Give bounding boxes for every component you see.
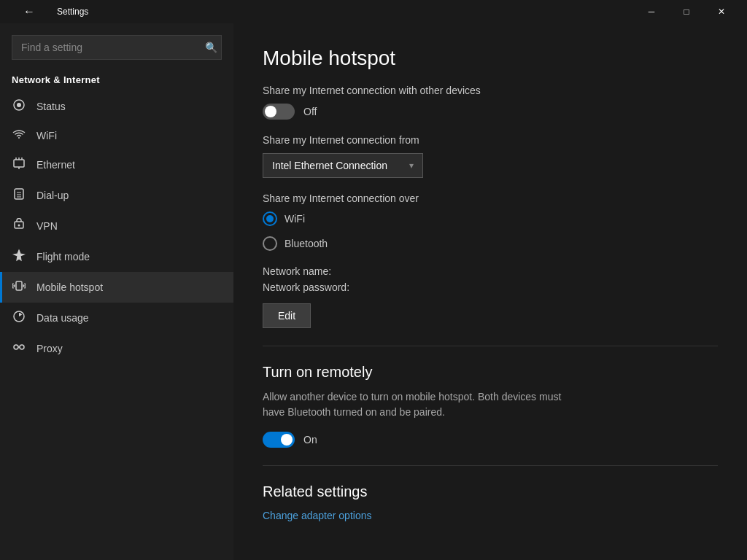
search-icon-button[interactable]: 🔍	[205, 42, 217, 53]
svg-point-15	[14, 345, 18, 349]
toggle-off-label: Off	[303, 106, 317, 117]
close-button[interactable]: ✕	[705, 0, 738, 23]
sidebar-item-vpn[interactable]: VPN	[0, 211, 233, 241]
flightmode-icon	[12, 249, 26, 265]
sidebar: 🔍 Network & Internet Status	[0, 23, 233, 560]
dropdown-arrow-icon: ▾	[409, 160, 414, 171]
sidebar-item-datausage-label: Data usage	[36, 312, 89, 324]
share-from-label: Share my Internet connection from	[263, 134, 718, 146]
share-over-radio-group: WiFi Bluetooth	[263, 211, 718, 251]
minimize-button[interactable]: ─	[635, 0, 668, 23]
connection-dropdown-value: Intel Ethernet Connection	[272, 160, 387, 171]
related-settings-row: Related settings Change adapter options	[263, 483, 718, 522]
turn-on-remotely-row: Turn on remotely Allow another device to…	[263, 364, 718, 448]
svg-rect-13	[16, 281, 22, 290]
titlebar-controls: ─ □ ✕	[635, 0, 738, 23]
search-input[interactable]	[12, 35, 222, 60]
wifi-icon	[12, 129, 26, 142]
ethernet-icon	[12, 157, 26, 173]
sidebar-item-status-label: Status	[36, 101, 66, 112]
sidebar-item-mobilehotspot-label: Mobile hotspot	[36, 281, 103, 293]
search-icon: 🔍	[205, 42, 217, 53]
app-container: 🔍 Network & Internet Status	[0, 23, 747, 560]
sidebar-item-vpn-label: VPN	[36, 220, 58, 232]
turn-on-remotely-title: Turn on remotely	[263, 364, 718, 381]
back-icon: ←	[23, 5, 35, 18]
sidebar-item-flightmode[interactable]: Flight mode	[0, 241, 233, 272]
proxy-icon	[12, 341, 26, 357]
turn-on-remotely-desc: Allow another device to turn on mobile h…	[263, 389, 569, 420]
back-button[interactable]: ←	[15, 0, 44, 26]
share-connection-label: Share my Internet connection with other …	[263, 85, 718, 96]
svg-rect-2	[14, 160, 24, 167]
toggle-off-row: Off	[263, 104, 718, 120]
sidebar-item-proxy-label: Proxy	[36, 343, 63, 354]
share-toggle-thumb	[265, 106, 276, 117]
sidebar-item-ethernet-label: Ethernet	[36, 159, 75, 171]
edit-button[interactable]: Edit	[263, 303, 311, 328]
maximize-button[interactable]: □	[670, 0, 703, 23]
svg-point-16	[20, 345, 24, 349]
sidebar-item-wifi-label: WiFi	[36, 130, 57, 141]
mobilehotspot-icon	[12, 279, 26, 295]
datausage-icon	[12, 310, 26, 326]
radio-wifi-label: WiFi	[285, 213, 305, 225]
network-password-label: Network password:	[263, 281, 718, 293]
share-over-row: Share my Internet connection over WiFi B…	[263, 192, 718, 251]
page-title: Mobile hotspot	[263, 47, 718, 70]
sidebar-item-flightmode-label: Flight mode	[36, 251, 90, 262]
sidebar-section-title: Network & Internet	[0, 66, 233, 91]
radio-wifi-circle	[263, 211, 277, 226]
section-separator	[263, 346, 718, 346]
remotely-toggle-track	[263, 432, 295, 448]
sidebar-item-dialup-label: Dial-up	[36, 190, 69, 201]
remotely-toggle-thumb	[281, 434, 293, 446]
sidebar-item-status[interactable]: Status	[0, 91, 233, 122]
share-over-label: Share my Internet connection over	[263, 192, 718, 204]
app-title: Settings	[57, 7, 88, 17]
main-content: Mobile hotspot Share my Internet connect…	[233, 23, 747, 560]
share-toggle[interactable]	[263, 104, 295, 120]
radio-bluetooth-circle	[263, 236, 277, 251]
sidebar-item-proxy[interactable]: Proxy	[0, 333, 233, 364]
radio-bluetooth[interactable]: Bluetooth	[263, 236, 718, 251]
sidebar-item-datausage[interactable]: Data usage	[0, 303, 233, 333]
radio-wifi[interactable]: WiFi	[263, 211, 718, 226]
radio-bluetooth-label: Bluetooth	[285, 238, 328, 249]
search-container: 🔍	[0, 29, 233, 66]
sidebar-item-ethernet[interactable]: Ethernet	[0, 149, 233, 180]
remotely-toggle[interactable]	[263, 432, 295, 448]
svg-point-12	[18, 225, 20, 227]
radio-wifi-dot	[266, 215, 274, 222]
titlebar: ← Settings ─ □ ✕	[0, 0, 747, 23]
toggle-on-label: On	[303, 434, 317, 446]
network-name-label: Network name:	[263, 265, 718, 277]
toggle-on-row: On	[263, 432, 718, 448]
sidebar-item-dialup[interactable]: Dial-up	[0, 180, 233, 211]
share-from-row: Share my Internet connection from Intel …	[263, 134, 718, 178]
sidebar-item-wifi[interactable]: WiFi	[0, 122, 233, 149]
section-separator-2	[263, 465, 718, 466]
vpn-icon	[12, 218, 26, 234]
svg-point-1	[17, 103, 21, 107]
change-adapter-options-link[interactable]: Change adapter options	[263, 510, 371, 521]
status-icon	[12, 98, 26, 114]
sidebar-item-mobilehotspot[interactable]: Mobile hotspot	[0, 272, 233, 303]
share-toggle-track	[263, 104, 295, 120]
related-settings-title: Related settings	[263, 483, 718, 500]
connection-dropdown[interactable]: Intel Ethernet Connection ▾	[263, 153, 423, 178]
share-connection-row: Share my Internet connection with other …	[263, 85, 718, 120]
svg-rect-7	[15, 189, 23, 199]
dialup-icon	[12, 187, 26, 203]
network-info-row: Network name: Network password: Edit	[263, 265, 718, 328]
